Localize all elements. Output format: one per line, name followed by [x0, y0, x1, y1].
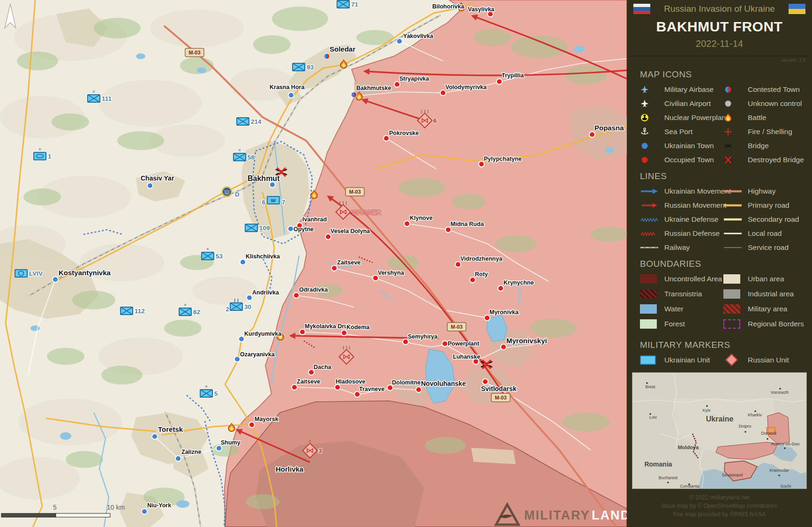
legend-label: Water	[664, 305, 684, 313]
occupied-town-dot	[442, 341, 448, 346]
unknown-control-icon	[723, 99, 742, 108]
legend-item-contested-town: Contested Town	[723, 84, 812, 94]
occupied-town-dot	[383, 136, 389, 141]
legend-item-local-road: Local road	[723, 228, 812, 238]
legend-label: Local road	[748, 229, 782, 238]
town-label: Opytne	[293, 226, 314, 233]
map-date: 2022-11-14	[633, 38, 805, 55]
legend-label: Russian Unit	[748, 356, 789, 364]
russian-unit-icon	[723, 355, 742, 364]
occupied-town-dot	[341, 330, 347, 336]
svg-text:62: 62	[193, 309, 200, 316]
svg-text:10 km: 10 km	[107, 504, 125, 511]
svg-text:53: 53	[216, 253, 223, 260]
legend-label: Railway	[664, 243, 690, 252]
ukrainian-unit-marker: 109	[245, 224, 270, 232]
ukrainian-town-dot	[270, 182, 275, 188]
town-label: Krasna Hora	[270, 84, 305, 90]
contested-town-icon	[723, 85, 742, 94]
secondary-road-icon	[723, 218, 742, 221]
inset-overview-map: BrestVoronezhKyivLvivKharkivDniproDonets…	[632, 372, 807, 489]
legend-label: Ukrainian Movement	[664, 187, 731, 196]
svg-text:Voronezh: Voronezh	[771, 390, 789, 395]
water-icon	[640, 304, 659, 314]
ukrainian-unit-marker: LVIV	[15, 270, 43, 277]
town-label: Horlivka	[276, 465, 304, 473]
svg-text:Donetsk: Donetsk	[761, 431, 777, 436]
ukrainian-town-dot	[397, 38, 402, 44]
legend-item-occupied-town: Occupied Town	[640, 155, 723, 165]
town-label: Popasna	[594, 124, 624, 132]
town-label: Kodema	[346, 324, 370, 331]
svg-text:×: ×	[308, 438, 311, 444]
legend-label: Civilian Airport	[664, 99, 711, 108]
legend-label: Ukrainian Unit	[664, 356, 710, 364]
town-label: Pylypchatyne	[484, 156, 522, 162]
town-label: Svitlodarsk	[481, 385, 517, 392]
town-label: Toretsk	[158, 425, 183, 433]
town-label: Midna Ruda	[451, 221, 484, 227]
ukrainian-town-dot	[142, 509, 147, 514]
military-airbase-icon	[640, 85, 659, 94]
sea-port-icon	[640, 127, 659, 136]
legend-label: Primary road	[748, 201, 789, 210]
svg-text:109: 109	[259, 225, 270, 232]
town-label: Semyhirya	[408, 333, 438, 340]
svg-text:Moldova: Moldova	[678, 444, 699, 450]
ukrainian-town-dot	[247, 295, 252, 301]
front-map: 7193×111×1214×58SF109LVIV×53×62❙❙30112×5…	[0, 0, 627, 527]
legend-item-highway: Highway	[723, 186, 812, 196]
service-road-icon	[723, 246, 742, 249]
legend-label: Urban area	[748, 275, 784, 283]
legend-item-service-road: Service road	[723, 242, 812, 252]
town-label: Ivanhrad	[302, 216, 327, 223]
military-area-icon	[723, 304, 742, 314]
town-label: Yakovlivka	[403, 33, 434, 39]
civilian-airport-icon	[640, 99, 659, 108]
svg-text:M-03: M-03	[188, 50, 200, 55]
ukrainian-unit-marker: 112	[120, 307, 145, 315]
fire-shelling-icon	[723, 127, 742, 136]
ukrainian-emblem-icon	[222, 187, 232, 196]
legend-item-nuclear-powerplant: Nuclear Powerplant	[640, 113, 723, 122]
credits: © 2022 militaryland.netBase map by © Ope…	[627, 493, 812, 519]
svg-text:2: 2	[226, 306, 229, 313]
legend-item-ukraine-defense: Ukraine Defense	[640, 214, 723, 224]
ukrainian-town-dot	[216, 445, 222, 451]
svg-text:❙❙❙: ❙❙❙	[338, 201, 348, 205]
town-label: Dacha	[314, 364, 332, 370]
ukraine-flag-icon	[789, 4, 805, 14]
town-label: Bakhmutske	[356, 85, 391, 91]
svg-text:93: 93	[307, 64, 314, 71]
section-lines: LINES Ukrainian MovementHighwayRussian M…	[627, 171, 812, 252]
town-label: Vidrodzhennya	[460, 256, 503, 262]
svg-text:214: 214	[251, 118, 262, 125]
svg-text:Kyiv: Kyiv	[702, 408, 711, 413]
ukrainian-unit-marker: SF	[267, 196, 279, 204]
svg-text:1: 1	[48, 153, 52, 160]
bridge-icon	[723, 141, 742, 151]
ukrainian-unit-icon	[640, 355, 659, 365]
svg-text:×: ×	[92, 89, 95, 94]
forest-icon	[640, 319, 659, 329]
ukrainian-town-dot	[288, 92, 294, 98]
legend-label: Occupied Town	[664, 156, 714, 164]
legend-item-russian-defense: Russian Defense	[640, 228, 723, 238]
svg-text:❙❙: ❙❙	[233, 298, 239, 302]
legend-item-russian-movement: Russian Movement	[640, 200, 723, 210]
occupied-town-dot	[404, 221, 410, 226]
town-label: Bakhmut	[248, 174, 280, 182]
industrial-area-icon	[723, 289, 742, 299]
legend-sidebar: Russian Invasion of Ukraine BAKHMUT FRON…	[627, 0, 812, 527]
legend-label: Ukrainian Town	[664, 142, 714, 150]
occupied-town-dot	[331, 265, 337, 271]
legend-label: Contested Town	[748, 85, 800, 94]
legend-item-industrial-area: Industrial area	[723, 289, 812, 299]
occupied-town-dot	[335, 384, 340, 390]
occupied-town-dot	[249, 422, 255, 428]
legend-item-bridge: Bridge	[723, 141, 812, 151]
road-shield: M-03	[447, 323, 466, 331]
destroyed-bridge-icon	[723, 155, 742, 165]
town-label: Kostyantynivka	[59, 269, 111, 277]
app-root: 7193×111×1214×58SF109LVIV×53×62❙❙30112×5…	[0, 0, 812, 527]
